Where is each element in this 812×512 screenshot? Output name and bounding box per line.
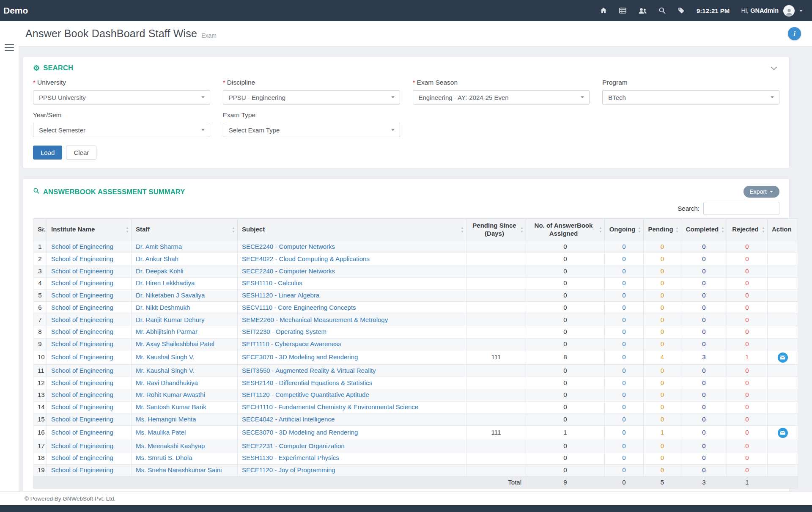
- completed-link[interactable]: 0: [702, 304, 705, 311]
- institute-link[interactable]: School of Engineering: [51, 267, 113, 275]
- col-header-subject[interactable]: Subject▲▼: [238, 219, 466, 241]
- ongoing-link[interactable]: 0: [622, 466, 625, 473]
- university-select[interactable]: PPSU University: [33, 90, 210, 105]
- completed-link[interactable]: 0: [702, 328, 705, 335]
- ongoing-link[interactable]: 0: [622, 304, 625, 311]
- subject-link[interactable]: SECE3070 - 3D Modeling and Rendering: [242, 353, 358, 361]
- pending-link[interactable]: 0: [661, 316, 664, 323]
- rejected-link[interactable]: 0: [745, 403, 749, 410]
- staff-link[interactable]: Dr. Ankur Shah: [136, 255, 178, 262]
- staff-link[interactable]: Dr. Deepak Kohli: [136, 267, 184, 275]
- institute-link[interactable]: School of Engineering: [51, 316, 113, 323]
- institute-link[interactable]: School of Engineering: [51, 367, 113, 374]
- institute-link[interactable]: School of Engineering: [51, 466, 113, 473]
- rejected-link[interactable]: 0: [745, 442, 749, 449]
- total-completed[interactable]: 3: [681, 476, 727, 489]
- subject-link[interactable]: SEIT2230 - Operating System: [242, 328, 326, 335]
- completed-link[interactable]: 0: [702, 429, 705, 436]
- ongoing-link[interactable]: 0: [622, 328, 625, 335]
- ongoing-link[interactable]: 0: [622, 353, 625, 361]
- completed-link[interactable]: 0: [702, 416, 705, 423]
- ongoing-link[interactable]: 0: [622, 379, 625, 386]
- ongoing-link[interactable]: 0: [622, 316, 625, 323]
- institute-link[interactable]: School of Engineering: [51, 442, 113, 449]
- pending-link[interactable]: 0: [661, 367, 664, 374]
- subject-link[interactable]: SECE3070 - 3D Modeling and Rendering: [242, 429, 358, 436]
- ongoing-link[interactable]: 0: [622, 367, 625, 374]
- col-header-ongoing[interactable]: Ongoing▲▼: [605, 219, 644, 241]
- pending-link[interactable]: 0: [661, 267, 664, 275]
- staff-link[interactable]: Ms. Maulika Patel: [136, 429, 186, 436]
- institute-link[interactable]: School of Engineering: [51, 279, 113, 286]
- pending-link[interactable]: 0: [661, 340, 664, 347]
- institute-link[interactable]: School of Engineering: [51, 304, 113, 311]
- table-search-input[interactable]: [703, 202, 779, 215]
- total-pending[interactable]: 5: [644, 476, 681, 489]
- year-sem-select[interactable]: Select Semester: [33, 123, 210, 137]
- completed-link[interactable]: 0: [702, 255, 705, 262]
- pending-link[interactable]: 0: [661, 466, 664, 473]
- completed-link[interactable]: 0: [702, 267, 705, 275]
- exam-season-select[interactable]: Engineering - AY:-2024-25 Even: [413, 90, 590, 105]
- users-icon[interactable]: [638, 7, 647, 14]
- rejected-link[interactable]: 0: [745, 292, 749, 299]
- pending-link[interactable]: 4: [661, 353, 664, 361]
- subject-link[interactable]: SESH1110 - Calculus: [242, 279, 302, 286]
- institute-link[interactable]: School of Engineering: [51, 328, 113, 335]
- load-button[interactable]: Load: [33, 146, 62, 160]
- institute-link[interactable]: School of Engineering: [51, 403, 113, 410]
- rejected-link[interactable]: 0: [745, 391, 749, 398]
- pending-link[interactable]: 0: [661, 442, 664, 449]
- institute-link[interactable]: School of Engineering: [51, 340, 113, 347]
- pending-link[interactable]: 0: [661, 403, 664, 410]
- ongoing-link[interactable]: 0: [622, 279, 625, 286]
- subject-link[interactable]: SEIT3550 - Augmented Reality & Virtual R…: [242, 367, 376, 374]
- rejected-link[interactable]: 0: [745, 279, 749, 286]
- total-ongoing[interactable]: 0: [605, 476, 644, 489]
- completed-link[interactable]: 0: [702, 367, 705, 374]
- pending-link[interactable]: 0: [661, 454, 664, 461]
- search-icon[interactable]: [658, 7, 666, 14]
- staff-link[interactable]: Dr. Nikit Deshmukh: [136, 304, 190, 311]
- subject-link[interactable]: SECE2231 - Computer Organization: [242, 442, 345, 449]
- ongoing-link[interactable]: 0: [622, 255, 625, 262]
- pending-link[interactable]: 0: [661, 279, 664, 286]
- staff-link[interactable]: Ms. Smruti S. Dhola: [136, 454, 192, 461]
- institute-link[interactable]: School of Engineering: [51, 416, 113, 423]
- col-header-staff[interactable]: Staff▲▼: [132, 219, 238, 241]
- pending-link[interactable]: 0: [661, 292, 664, 299]
- subject-link[interactable]: SECH1110 - Fundamental Chemistry & Envir…: [242, 403, 418, 410]
- pending-link[interactable]: 0: [661, 391, 664, 398]
- subject-link[interactable]: SECE4042 - Artificial Intelligence: [242, 416, 335, 423]
- staff-link[interactable]: Mr. Santosh Kumar Barik: [136, 403, 206, 410]
- subject-link[interactable]: SECE2240 - Computer Networks: [242, 267, 335, 275]
- clear-button[interactable]: Clear: [66, 146, 96, 160]
- tags-icon[interactable]: [678, 7, 685, 14]
- ongoing-link[interactable]: 0: [622, 243, 625, 250]
- ongoing-link[interactable]: 0: [622, 267, 625, 275]
- institute-link[interactable]: School of Engineering: [51, 243, 113, 250]
- pending-link[interactable]: 0: [661, 304, 664, 311]
- col-header-institute[interactable]: Institute Name▲▼: [47, 219, 132, 241]
- subject-link[interactable]: SECE4022 - Cloud Computing & Application…: [242, 255, 370, 262]
- subject-link[interactable]: SEIT1120 - Competitive Quantitative Apti…: [242, 391, 369, 398]
- col-header-assigned[interactable]: No. of AnswerBook Assigned▲▼: [526, 219, 605, 241]
- completed-link[interactable]: 0: [702, 442, 705, 449]
- staff-link[interactable]: Dr. Ranjit Kumar Dehury: [136, 316, 205, 323]
- rejected-link[interactable]: 0: [745, 304, 749, 311]
- rejected-link[interactable]: 0: [745, 379, 749, 386]
- program-select[interactable]: BTech: [602, 90, 779, 105]
- rejected-link[interactable]: 0: [745, 255, 749, 262]
- staff-link[interactable]: Ms. Hemangni Mehta: [136, 416, 196, 423]
- pending-link[interactable]: 0: [661, 255, 664, 262]
- export-button[interactable]: Export: [743, 186, 779, 198]
- send-mail-button[interactable]: [778, 352, 788, 363]
- ongoing-link[interactable]: 0: [622, 429, 625, 436]
- subject-link[interactable]: SECV1110 - Core Engineering Concepts: [242, 304, 356, 311]
- subject-link[interactable]: SECE1120 - Joy of Programming: [242, 466, 335, 473]
- staff-link[interactable]: Dr. Amit Sharma: [136, 243, 182, 250]
- institute-link[interactable]: School of Engineering: [51, 379, 113, 386]
- rejected-link[interactable]: 0: [745, 454, 749, 461]
- rejected-link[interactable]: 0: [745, 340, 749, 347]
- institute-link[interactable]: School of Engineering: [51, 353, 113, 361]
